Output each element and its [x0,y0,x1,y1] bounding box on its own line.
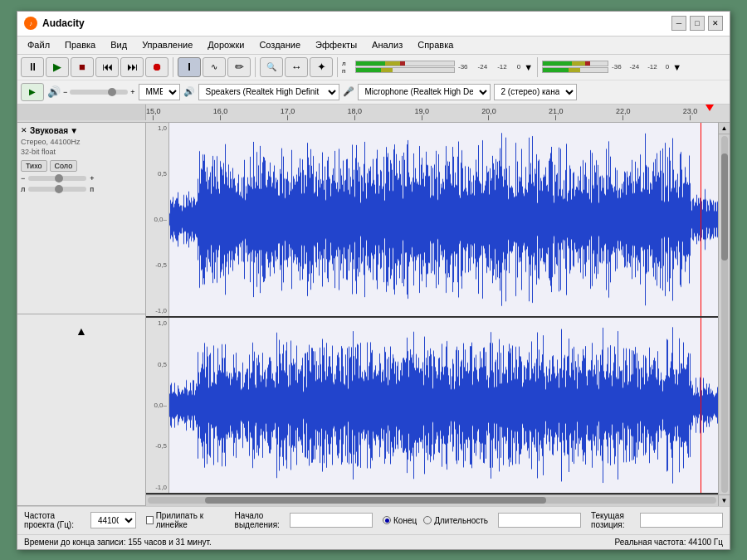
menu-help[interactable]: Справка [411,38,460,51]
snap-field: Прилипать к линейке [146,511,225,529]
menu-edit[interactable]: Правка [58,38,102,51]
menu-bar: Файл Правка Вид Управление Дорожки Созда… [17,37,730,55]
selection-start-field: Начало выделения: 00 ч 00 м 00.000 с [235,511,373,529]
ruler-scale: 15,0 16,0 17,0 18,0 19,0 [146,105,730,120]
track2-wave-area [169,318,718,492]
track1-buttons: Тихо Соло [21,160,142,172]
freq-select[interactable]: 44100 [90,512,136,528]
mic-select[interactable]: Microphone (Realtek High Defi [358,84,491,100]
prev-button[interactable]: ⏮ [95,57,119,77]
volume-control: 🔊 − + [47,85,135,98]
select-tool-button[interactable]: I [178,57,201,77]
status-bar: Частота проекта (Гц): 44100 Прилипать к … [17,506,730,549]
track1-gain-area: − + л п [21,174,142,193]
snap-checkbox[interactable] [146,516,154,524]
pause-button[interactable]: ⏸ [21,57,44,77]
current-pos-label: Текущая позиция: [591,511,637,529]
track1-pan-r: п [90,185,94,193]
playhead-triangle [706,105,714,111]
playback-meter [355,61,455,73]
track1-pan-l: л [21,185,25,193]
menu-tracks[interactable]: Дорожки [201,38,251,51]
track1-close-icon[interactable]: ✕ [21,126,27,134]
scroll-down-button[interactable]: ▼ [719,494,730,506]
toolbar-area: ⏸ ▶ ■ ⏮ ⏭ ⏺ I ∿ ✏ 🔍 ↔ ✦ л п [17,55,730,105]
track1-wave-area [169,123,718,317]
menu-manage[interactable]: Управление [135,38,199,51]
app-icon: ♪ [24,17,37,30]
selection-start-label: Начало выделения: [235,511,286,529]
track1-label: ✕ Звуковая ▼ Стерео, 44100Hz 32-bit floa… [17,123,145,314]
track1-gain-minus: − [21,174,25,183]
track1-gain-row: − + [21,174,142,183]
multitool-button[interactable]: ✦ [310,57,333,77]
move-tool-button[interactable]: ↔ [285,57,308,77]
track2-waveform[interactable]: 1,0 0,5 0,0– -0,5 -1,0 [146,318,718,494]
scrollbar-thumb-h[interactable] [205,497,546,504]
envelope-tool-button[interactable]: ∿ [203,57,226,77]
meter-options-icon[interactable]: ▼ [524,62,533,72]
track1-solo-button[interactable]: Соло [50,160,78,172]
volume-slider[interactable] [70,90,128,95]
play-small-button[interactable]: ▶ [21,83,44,101]
window-title: Audacity [42,17,671,29]
api-select[interactable]: MME [139,84,180,100]
tick-19: 19,0 [414,107,429,120]
track1-name-dropdown[interactable]: Звуковая ▼ [30,126,78,135]
status-row2: Времени до конца записи: 155 часов и 31 … [17,535,730,549]
play-button[interactable]: ▶ [46,57,69,77]
track2-canvas [169,318,718,492]
tracks-area: ✕ Звуковая ▼ Стерео, 44100Hz 32-bit floa… [17,123,730,506]
record-meter [542,61,608,73]
tick-23: 23,0 [683,107,698,120]
record-meter-options-icon[interactable]: ▼ [672,62,681,72]
scrollbar-track-h [148,497,716,504]
minimize-button[interactable]: ─ [671,16,686,31]
track-scroll-wrapper: ✕ Звуковая ▼ Стерео, 44100Hz 32-bit floa… [17,123,718,506]
volume-plus-label: + [130,88,134,96]
track1-canvas [169,123,718,317]
title-bar: ♪ Audacity ─ □ ✕ [17,12,730,37]
menu-view[interactable]: Вид [104,38,134,51]
horizontal-scrollbar[interactable] [146,494,718,506]
record-button[interactable]: ⏺ [145,57,168,77]
menu-analyze[interactable]: Анализ [365,38,409,51]
vertical-scrollbar[interactable]: ▲ ▼ [718,123,730,506]
current-pos-input[interactable]: 00 ч 00 м 22.430 с [640,513,723,528]
close-button[interactable]: ✕ [708,16,723,31]
menu-file[interactable]: Файл [21,38,56,51]
menu-effects[interactable]: Эффекты [309,38,364,51]
menu-generate[interactable]: Создание [252,38,307,51]
separator3 [337,57,338,77]
maximize-button[interactable]: □ [690,16,705,31]
scroll-up-button[interactable]: ▲ [719,123,730,134]
freq-field: Частота проекта (Гц): 44100 [24,511,136,529]
track1-dropdown-arrow: ▼ [70,126,78,135]
record-meter-scale: -36 -24 -12 0 [612,63,669,71]
separator2 [255,57,256,77]
stop-button[interactable]: ■ [71,57,94,77]
playback-label: л п [342,60,354,75]
track1-mute-button[interactable]: Тихо [21,160,47,172]
main-content: 15,0 16,0 17,0 18,0 19,0 [17,105,730,506]
next-button[interactable]: ⏭ [120,57,144,77]
speaker-select[interactable]: Speakers (Realtek High Definit [198,84,339,100]
track1-waveform[interactable]: 1,0 0,5 0,0– -0,5 -1,0 [146,123,718,319]
channels-select[interactable]: 2 (стерео) канал [494,84,577,100]
selection-start-input[interactable]: 00 ч 00 м 00.000 с [290,513,373,528]
track1-gain-slider[interactable] [28,176,86,181]
track2-collapse-btn[interactable]: ▲ [21,324,142,338]
tick-20: 20,0 [481,107,496,120]
pencil-tool-button[interactable]: ✏ [227,57,251,77]
scrollbar-thumb-v[interactable] [721,153,728,261]
sample-rate-label: Реальная частота: 44100 Гц [614,538,723,547]
track1-pan-slider[interactable] [28,187,86,192]
zoom-tool-button[interactable]: 🔍 [260,57,283,77]
end-length-radio: Конец Длительность [383,516,488,525]
status-row1: Частота проекта (Гц): 44100 Прилипать к … [17,507,730,535]
track1-header: ✕ Звуковая ▼ [21,126,142,135]
selection-end-input[interactable]: 00 ч 00 м 00.000 с [498,513,581,528]
tick-15: 15,0 [146,107,161,120]
end-radio-option[interactable]: Конец [383,516,417,525]
length-radio-option[interactable]: Длительность [423,516,488,525]
